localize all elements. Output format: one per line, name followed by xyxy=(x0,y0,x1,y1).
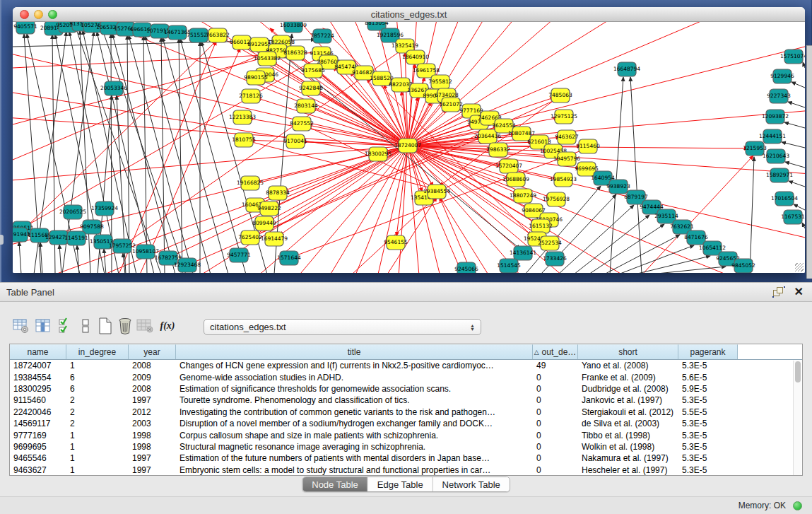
yellow-node[interactable]: 12213383 xyxy=(229,110,256,124)
table-cell[interactable]: 1997 xyxy=(129,465,176,476)
table-cell[interactable]: Corpus callosum shape and size in male p… xyxy=(176,429,533,440)
column-header-pagerank[interactable]: pagerank xyxy=(678,344,738,359)
teal-node[interactable]: 20053346 xyxy=(100,81,127,95)
delete-rows-icon[interactable] xyxy=(116,317,134,335)
yellow-node[interactable]: 9546155 xyxy=(384,235,408,250)
teal-node[interactable]: 1167531 xyxy=(781,210,805,224)
table-cell[interactable]: 1998 xyxy=(129,441,176,452)
teal-node[interactable]: 9405571 xyxy=(13,22,37,34)
table-row[interactable]: 946362711997Embryonic stem cells: a mode… xyxy=(10,465,802,476)
function-builder-icon[interactable]: f(x) xyxy=(158,317,177,335)
yellow-node[interactable]: 9463627 xyxy=(555,130,579,144)
teal-node[interactable]: 14136141 xyxy=(510,246,536,260)
yellow-node[interactable]: 9242848 xyxy=(299,81,323,95)
table-cell[interactable]: Nakamura et al. (1997) xyxy=(578,452,678,464)
table-cell[interactable]: 5.3E-5 xyxy=(678,418,738,429)
table-cell[interactable]: 2 xyxy=(66,395,129,406)
table-cell[interactable]: 6 xyxy=(66,383,129,395)
table-settings-icon[interactable] xyxy=(11,317,30,335)
table-cell[interactable]: 9777169 xyxy=(10,429,66,440)
table-cell[interactable]: Changes of HCN gene expression and I(f) … xyxy=(176,360,533,371)
yellow-node[interactable]: 9498222 xyxy=(257,201,281,216)
yellow-node[interactable]: 9115460 xyxy=(576,139,600,153)
yellow-node[interactable]: 7485063 xyxy=(548,88,572,103)
yellow-node[interactable]: 10688609 xyxy=(502,173,529,187)
column-header-name[interactable]: name xyxy=(10,344,66,359)
table-cell[interactable]: 0 xyxy=(533,429,578,440)
teal-node[interactable]: 1733426 xyxy=(543,252,567,266)
teal-node[interactable]: 16648794 xyxy=(613,62,640,76)
yellow-node[interactable]: 7663822 xyxy=(206,28,230,42)
close-panel-icon[interactable]: ✕ xyxy=(794,287,804,297)
yellow-node[interactable]: 2522534 xyxy=(538,236,562,250)
teal-node[interactable]: 9938923 xyxy=(606,180,630,194)
table-cell[interactable]: Disruption of a novel member of a sodium… xyxy=(176,418,533,429)
table-cell[interactable]: 5.3E-5 xyxy=(678,441,738,452)
teal-node[interactable]: 17016504 xyxy=(771,192,798,206)
table-cell[interactable]: 1 xyxy=(66,360,129,371)
teal-node[interactable]: 1145191 xyxy=(64,231,88,245)
table-scrollbar[interactable] xyxy=(793,361,801,475)
table-cell[interactable]: 2003 xyxy=(129,418,176,429)
table-row[interactable]: 1830029562008Estimation of significance … xyxy=(10,383,802,395)
table-cell[interactable]: 5.5E-5 xyxy=(678,407,738,418)
table-cell[interactable]: Hescheler et al. (1997) xyxy=(578,465,678,476)
table-row[interactable]: 911546021997Tourette syndrome. Phenomeno… xyxy=(10,395,802,406)
yellow-node[interactable]: 8186328 xyxy=(283,46,307,60)
yellow-node[interactable]: 2803144 xyxy=(294,99,318,113)
table-cell[interactable]: 0 xyxy=(533,465,578,476)
yellow-node[interactable]: 9175685 xyxy=(301,64,325,78)
column-header-outde[interactable]: △out_de… xyxy=(533,344,578,359)
yellow-node[interactable]: 8878334 xyxy=(266,186,290,200)
table-cell[interactable]: 19384554 xyxy=(10,371,66,382)
yellow-node[interactable]: 16914479 xyxy=(261,232,288,246)
teal-node[interactable]: 9845052 xyxy=(731,259,755,273)
table-cell[interactable]: 9465546 xyxy=(10,452,66,464)
select-columns-icon[interactable] xyxy=(57,317,75,335)
table-cell[interactable]: 1 xyxy=(66,452,129,464)
teal-node[interactable]: 12444151 xyxy=(759,129,786,144)
table-cell[interactable]: 49 xyxy=(533,360,578,371)
network-window[interactable]: citations_edges.txt 94055712089140695203… xyxy=(13,7,805,273)
yellow-node[interactable]: 9170041 xyxy=(283,134,307,148)
table-cell[interactable]: 5.9E-5 xyxy=(678,383,738,395)
table-cell[interactable]: Tibbo et al. (1998) xyxy=(578,429,678,440)
table-row[interactable]: 977716911998Corpus callosum shape and si… xyxy=(10,429,802,440)
teal-node[interactable]: 20206525 xyxy=(59,205,86,219)
table-cell[interactable]: 0 xyxy=(533,371,578,382)
yellow-node[interactable]: 12975125 xyxy=(551,110,577,124)
table-cell[interactable]: 1998 xyxy=(129,429,176,440)
column-header-indegree[interactable]: in_degree xyxy=(66,344,129,359)
citation-graph[interactable]: 9405571208914069520376813105410527641065… xyxy=(13,22,805,273)
table-cell[interactable]: Dudbridge et al. (2008) xyxy=(578,383,678,395)
show-columns-icon[interactable] xyxy=(34,317,52,335)
teal-node[interactable]: 1514545 xyxy=(497,259,521,273)
table-cell[interactable]: 5.3E-5 xyxy=(678,465,738,476)
yellow-node[interactable]: 19166825 xyxy=(237,176,264,190)
table-cell[interactable]: 2 xyxy=(66,407,129,418)
teal-node[interactable]: 16033809 xyxy=(280,22,307,33)
yellow-node[interactable]: 19756928 xyxy=(543,192,570,206)
panel-grabber[interactable] xyxy=(0,235,4,245)
table-cell[interactable]: 0 xyxy=(533,395,578,406)
teal-node[interactable]: 1571644 xyxy=(277,251,301,265)
teal-node[interactable]: 16210643 xyxy=(763,149,789,163)
table-cell[interactable]: 1 xyxy=(66,441,129,452)
tab-edge-table[interactable]: Edge Table xyxy=(367,477,433,491)
table-cell[interactable]: 1 xyxy=(66,465,129,476)
table-cell[interactable]: 5.3E-5 xyxy=(678,429,738,440)
yellow-node[interactable]: 1615132 xyxy=(529,219,553,233)
minimize-window-button[interactable] xyxy=(34,10,43,19)
table-cell[interactable]: Structural magnetic resonance image aver… xyxy=(176,441,533,452)
table-cell[interactable]: Genome-wide association studies in ADHD. xyxy=(176,371,533,382)
close-window-button[interactable] xyxy=(20,10,29,19)
float-panel-icon[interactable] xyxy=(773,287,784,297)
table-cell[interactable]: 2008 xyxy=(129,360,176,371)
table-row[interactable]: 1872400712008Changes of HCN gene express… xyxy=(10,360,802,371)
table-cell[interactable]: Estimation of significance thresholds fo… xyxy=(176,383,533,395)
teal-node[interactable]: 17359924 xyxy=(91,201,118,216)
table-cell[interactable]: 6 xyxy=(66,371,129,382)
teal-node[interactable]: 12093872 xyxy=(762,110,789,124)
table-cell[interactable]: Estimation of the future numbers of pati… xyxy=(176,452,533,464)
tab-network-table[interactable]: Network Table xyxy=(433,477,510,491)
